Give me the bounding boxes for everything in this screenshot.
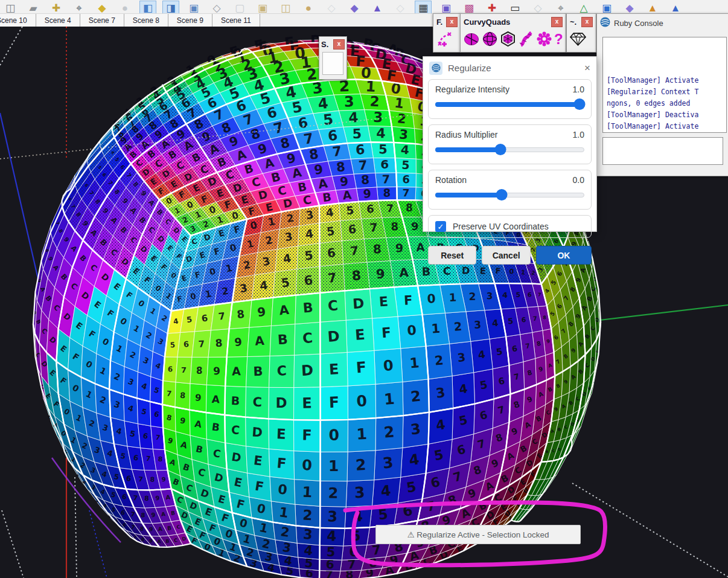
svg-text:8: 8	[391, 220, 398, 233]
toolbar-icon[interactable]: ▣	[186, 1, 202, 13]
reset-button[interactable]: Reset	[428, 246, 476, 265]
svg-text:8: 8	[351, 268, 362, 283]
toolbar-icon[interactable]: ◇	[530, 1, 546, 13]
toolbar-icon[interactable]: ◆	[94, 1, 110, 13]
toolbar-icon[interactable]: ▣	[255, 1, 270, 13]
ok-button[interactable]: OK	[536, 246, 592, 265]
svg-text:8: 8	[180, 391, 186, 400]
close-icon[interactable]: x	[446, 17, 458, 27]
toolbar-icon[interactable]: ▭	[507, 1, 523, 13]
svg-text:4: 4	[502, 291, 508, 300]
toolbar-icon[interactable]: ✚	[484, 1, 500, 13]
svg-text:7: 7	[218, 310, 226, 322]
svg-text:2: 2	[531, 270, 535, 277]
toolbar-icon[interactable]: ⌖	[553, 1, 569, 13]
cancel-button[interactable]: Cancel	[482, 246, 530, 265]
svg-text:7: 7	[133, 494, 138, 503]
preserve-uv-checkbox[interactable]: ✓	[435, 221, 446, 232]
curvy-pipe-icon[interactable]	[518, 31, 534, 47]
toolbar-icon[interactable]: ◆	[622, 1, 637, 13]
close-icon[interactable]: x	[551, 17, 563, 27]
toolbar-icon[interactable]: ◇	[324, 1, 339, 13]
curvy-cube-icon[interactable]	[500, 31, 516, 47]
curve-tool-icon[interactable]	[436, 31, 453, 47]
svg-text:9: 9	[257, 304, 266, 320]
toolbar-icon[interactable]: ▲	[369, 1, 385, 13]
rotation-slider[interactable]	[435, 189, 584, 200]
svg-text:3: 3	[474, 318, 482, 331]
svg-text:8: 8	[139, 525, 144, 532]
toolbar-icon[interactable]: ▢	[232, 1, 247, 13]
toolbar-icon[interactable]: ◫	[2, 1, 18, 13]
radius-group: Radius Multiplier 1.0	[428, 124, 592, 164]
toolbar-icon[interactable]: ▣	[438, 1, 454, 13]
toolbar-icon[interactable]: ●	[117, 1, 133, 13]
toolbar-icon[interactable]: ✚	[48, 1, 64, 13]
toolbar-icon[interactable]: ▰	[25, 1, 41, 13]
scene-tab[interactable]: Scene 10	[0, 13, 36, 27]
s-toolbar-button[interactable]	[322, 52, 343, 75]
close-icon[interactable]: x	[333, 39, 345, 50]
svg-text:6: 6	[303, 273, 313, 289]
slider-thumb[interactable]	[496, 189, 508, 201]
svg-text:1: 1	[521, 269, 526, 276]
slider-thumb[interactable]	[573, 98, 585, 110]
curvy-sphere-icon[interactable]	[482, 31, 498, 47]
svg-text:8: 8	[215, 337, 223, 350]
svg-text:D: D	[275, 395, 287, 411]
svg-text:B: B	[165, 539, 170, 544]
scene-tab[interactable]: Scene 4	[36, 13, 80, 27]
scene-tab[interactable]: Scene 11	[212, 13, 260, 27]
curvy-disc-icon[interactable]	[464, 31, 480, 47]
console-output: [ToolManager] Activate[Regularize] Conte…	[602, 37, 727, 133]
dialog-titlebar[interactable]: Regularize ×	[423, 57, 596, 79]
svg-text:8: 8	[158, 455, 162, 463]
svg-text:A: A	[254, 333, 265, 348]
close-icon[interactable]: x	[581, 17, 593, 27]
toolbar-icon[interactable]: ◨	[163, 1, 179, 13]
svg-text:7: 7	[327, 271, 337, 286]
close-icon[interactable]: ×	[584, 63, 590, 73]
toolbar-icon[interactable]: ◫	[278, 1, 293, 13]
toolbar-icon[interactable]: ▩	[461, 1, 477, 13]
toolbar-icon[interactable]: ▦	[415, 1, 431, 13]
svg-text:3: 3	[457, 350, 467, 364]
toolbar-icon[interactable]: ◆	[346, 1, 362, 13]
svg-text:6: 6	[126, 474, 132, 483]
ruby-console-panel: Ruby Console [ToolManager] Activate[Regu…	[596, 13, 728, 176]
toolbar-icon[interactable]: ◧	[140, 1, 156, 13]
intensity-slider[interactable]	[435, 98, 584, 109]
scene-tab[interactable]: Scene 7	[80, 13, 124, 27]
svg-text:0: 0	[407, 323, 417, 338]
svg-text:5: 5	[516, 291, 520, 299]
toolbar-icon[interactable]: △	[576, 1, 592, 13]
toolbar-icon[interactable]: ●	[301, 1, 316, 13]
svg-text:8: 8	[361, 172, 370, 187]
toolbar-icon[interactable]: ▣	[599, 1, 615, 13]
svg-text:4: 4	[380, 482, 392, 500]
svg-text:9: 9	[411, 220, 419, 233]
console-title: Ruby Console	[614, 19, 663, 28]
svg-text:5: 5	[304, 248, 314, 263]
gem-tool-icon[interactable]	[570, 31, 586, 47]
toolbar-icon[interactable]: ⌖	[71, 1, 87, 13]
svg-text:E: E	[302, 395, 312, 412]
toolbar-icon[interactable]: ◇	[209, 1, 225, 13]
svg-text:1: 1	[356, 425, 368, 443]
toolbar-icon[interactable]: ▲	[668, 1, 683, 13]
svg-text:8: 8	[144, 495, 149, 503]
scene-tab[interactable]: Scene 9	[168, 13, 212, 27]
svg-text:2: 2	[302, 507, 313, 523]
console-input[interactable]	[602, 137, 723, 165]
curvy-gear-icon[interactable]	[536, 31, 552, 47]
toolbar-icon[interactable]: ◇	[392, 1, 408, 13]
radius-slider[interactable]	[435, 144, 584, 155]
scene-tab[interactable]: Scene 8	[124, 13, 168, 27]
console-line: [ToolManager] Activate	[607, 75, 726, 86]
svg-text:1: 1	[431, 321, 441, 336]
svg-text:1: 1	[383, 390, 395, 408]
slider-thumb[interactable]	[494, 144, 506, 155]
intensity-value: 1.0	[573, 85, 584, 94]
toolbar-icon[interactable]: ▲	[645, 1, 660, 13]
curvy-help-icon[interactable]: ?	[554, 31, 563, 47]
